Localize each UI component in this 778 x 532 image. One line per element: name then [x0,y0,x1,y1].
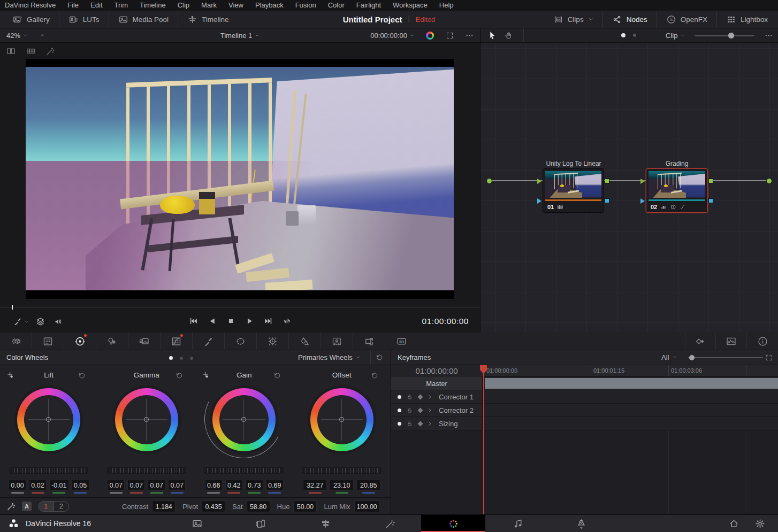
track-master[interactable]: Master [391,377,778,390]
page-fusion[interactable] [361,515,419,532]
wheel-reset-icon[interactable] [78,372,86,380]
menu-fusion[interactable]: Fusion [289,0,322,11]
viewer-timecode-select[interactable]: 00:00:00:00 [370,28,415,42]
output-node[interactable] [766,178,772,184]
settings-gear-icon[interactable] [755,519,765,529]
color-wheel-control[interactable] [302,382,382,462]
menu-trim[interactable]: Trim [109,0,134,11]
select-tool-icon[interactable] [487,30,497,40]
page-cut[interactable] [231,515,290,532]
color-match-tool[interactable] [32,333,64,350]
info-tool[interactable] [747,333,778,350]
menu-playback[interactable]: Playback [249,0,289,11]
wheel-value-field[interactable]: 32.27 [303,479,327,491]
node-mode-select[interactable]: Clip [666,28,685,42]
rgb-output-connector[interactable] [605,179,609,183]
key-tool[interactable] [321,333,353,350]
wheel-puck[interactable] [339,417,344,422]
key-output-connector[interactable] [605,198,609,203]
play-reverse-button[interactable] [208,317,217,326]
wheel-value-field[interactable]: 23.10 [330,479,354,491]
blur-tool[interactable] [289,333,321,350]
slider-handle[interactable] [728,33,734,38]
pan-tool-icon[interactable] [504,31,513,40]
chevron-right-icon[interactable] [427,407,433,413]
wheel-master-slider[interactable] [107,467,186,474]
viewer-options-icon[interactable] [466,32,474,40]
wheel-value-field[interactable]: 0.07 [148,479,165,491]
skip-start-button[interactable] [189,317,198,326]
color-viewer-toggle-icon[interactable] [426,32,434,40]
source-input-node[interactable] [486,178,492,184]
color-wheels-tool[interactable] [64,333,96,350]
keyframe-diamond-icon[interactable] [418,421,423,426]
viewer-scrub-bar[interactable] [0,305,480,310]
grid-view-icon[interactable] [25,46,36,56]
curves-tool[interactable] [161,333,193,350]
home-icon[interactable] [729,519,739,529]
wheel-value-field[interactable]: 0.07 [127,479,145,491]
page-1-button[interactable]: 1 [39,502,54,511]
wheel-page-toggle[interactable]: 1 2 [38,501,69,512]
qualifier-tool[interactable] [193,333,225,350]
node-indicator-dot[interactable] [633,34,636,37]
reset-all-icon[interactable] [376,353,384,361]
track-enable-dot[interactable] [398,408,401,412]
play-button[interactable] [245,317,254,326]
node-zoom-slider[interactable] [695,35,754,36]
panel-pagination[interactable] [169,356,193,360]
color-wheel-control[interactable] [204,382,284,462]
menu-file[interactable]: File [62,0,85,11]
menu-mark[interactable]: Mark [195,0,223,11]
wheel-reset-icon[interactable] [273,372,281,380]
wheel-value-field[interactable]: 0.02 [29,479,47,491]
menu-fairlight[interactable]: Fairlight [350,0,387,11]
lock-icon[interactable] [406,394,413,400]
wheel-value-field[interactable]: -0.01 [49,479,69,491]
toolbar-media-pool-button[interactable]: Media Pool [109,11,179,28]
toolbar-luts-button[interactable]: LUTs [59,11,109,28]
master-track-bar[interactable] [485,378,778,389]
rgb-output-connector[interactable] [708,179,713,183]
menu-timeline[interactable]: Timeline [134,0,172,11]
keyframe-diamond-icon[interactable] [418,407,423,413]
viewer-zoom-select[interactable]: 42% [6,28,28,42]
skip-end-button[interactable] [264,317,273,326]
rgb-input-connector[interactable] [537,179,541,184]
page-edit[interactable] [296,515,355,532]
track-corrector-2[interactable]: Corrector 2 [391,404,778,417]
tracker-tool[interactable] [257,333,289,350]
track-sizing[interactable]: Sizing [391,417,778,430]
wheels-mode-select[interactable]: Primaries Wheels [298,350,361,365]
track-enable-dot[interactable] [398,395,401,399]
loop-button[interactable] [283,317,292,326]
wheel-value-field[interactable]: 0.69 [266,479,284,491]
menu-help[interactable]: Help [433,0,460,11]
node-01[interactable]: 01 [543,168,604,213]
toolbar-lightbox-button[interactable]: Lightbox [717,11,777,28]
page-fairlight[interactable] [489,515,547,532]
node-02[interactable]: 02 [646,168,708,213]
enhanced-viewer-icon[interactable] [45,46,56,56]
node-options-icon[interactable] [765,32,773,40]
camera-raw-tool[interactable] [0,333,32,350]
page-2-button[interactable]: 2 [54,502,69,511]
stereo-3d-tool[interactable]: 3D [385,333,417,350]
wheel-value-field[interactable]: 0.73 [246,479,263,491]
key-input-connector[interactable] [640,198,645,204]
lock-icon[interactable] [406,407,413,414]
wheel-value-field[interactable]: 0.07 [168,479,186,491]
wheel-puck[interactable] [144,417,149,422]
motion-effects-tool[interactable] [128,333,161,350]
menu-edit[interactable]: Edit [85,0,108,11]
key-output-connector[interactable] [708,198,713,203]
wheel-master-slider[interactable] [302,467,382,474]
keyframes-tool[interactable] [685,333,716,350]
contrast-value-field[interactable]: 1.184 [152,500,176,512]
color-wheel-control[interactable] [106,382,187,462]
wheel-value-field[interactable]: 0.66 [205,479,223,491]
wheel-reset-icon[interactable] [176,372,184,380]
slider-handle[interactable] [689,355,695,360]
keyframes-filter-select[interactable]: All [661,350,677,365]
keyframes-zoom-slider[interactable] [688,357,763,358]
